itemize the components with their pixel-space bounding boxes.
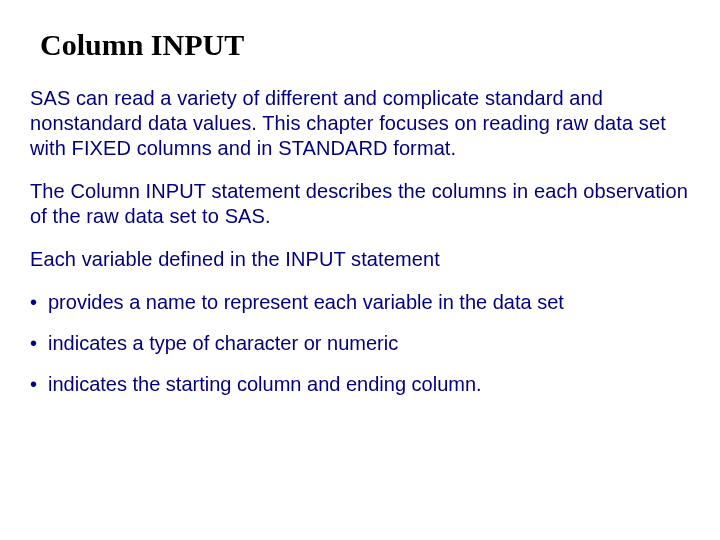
paragraph-2: The Column INPUT statement describes the… — [30, 179, 690, 229]
bullet-text: indicates the starting column and ending… — [48, 373, 482, 395]
slide: Column INPUT SAS can read a variety of d… — [0, 0, 720, 540]
slide-title: Column INPUT — [40, 28, 690, 62]
paragraph-1: SAS can read a variety of different and … — [30, 86, 690, 161]
bullet-item-2: •indicates a type of character or numeri… — [30, 331, 690, 356]
bullet-text: provides a name to represent each variab… — [48, 291, 564, 313]
bullet-text: indicates a type of character or numeric — [48, 332, 398, 354]
bullet-icon: • — [30, 372, 48, 397]
bullet-icon: • — [30, 331, 48, 356]
bullet-item-3: •indicates the starting column and endin… — [30, 372, 690, 397]
bullet-icon: • — [30, 290, 48, 315]
bullet-item-1: •provides a name to represent each varia… — [30, 290, 690, 315]
paragraph-3: Each variable defined in the INPUT state… — [30, 247, 690, 272]
